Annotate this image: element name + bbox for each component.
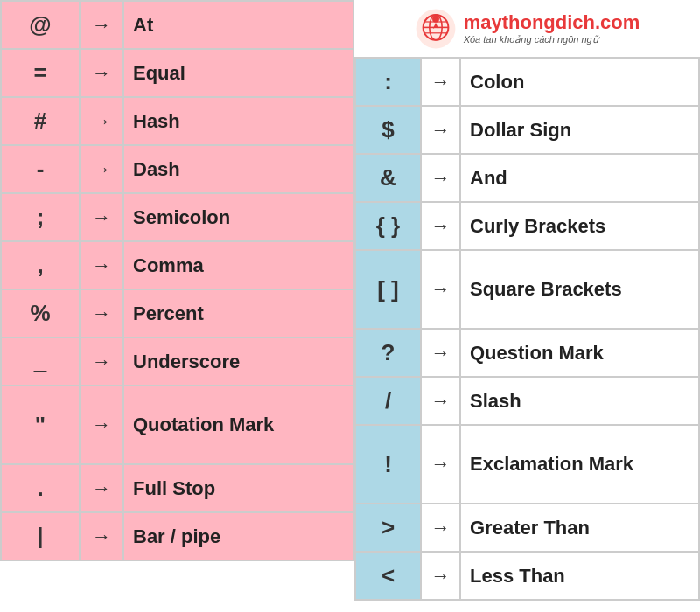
left-name-cell: Bar / pipe [123,512,354,560]
left-symbol-cell: . [1,464,80,512]
left-arrow-cell: → [80,97,123,145]
left-arrow-cell: → [80,337,123,386]
left-symbol-cell: ; [1,193,80,241]
right-symbol-cell: & [355,154,421,202]
left-table-row: ,→Comma [1,241,354,289]
right-symbol-cell: $ [355,106,421,154]
arrow-icon: → [431,119,451,141]
right-section: maythongdich.com Xóa tan khoảng cách ngô… [354,0,700,612]
left-symbol-cell: % [1,289,80,337]
left-name-cell: Quotation Mark [123,386,354,464]
right-name-cell: Curly Brackets [460,202,699,250]
left-symbol-cell: " [1,386,80,464]
arrow-icon: → [92,14,111,36]
arrow-icon: → [431,565,451,587]
left-table-row: @→At [1,1,354,49]
left-table-row: =→Equal [1,49,354,97]
right-arrow-cell: → [421,504,460,552]
right-table-row: /→Slash [355,377,699,425]
arrow-icon: → [92,303,111,324]
right-arrow-cell: → [421,552,460,600]
right-arrow-cell: → [421,202,460,250]
arrow-icon: → [92,414,111,435]
left-name-cell: Full Stop [123,464,354,512]
arrow-icon: → [92,351,111,372]
right-table-row: >→Greater Than [355,504,699,552]
left-name-cell: Percent [123,289,354,337]
svg-point-6 [432,15,439,22]
left-symbol-cell: , [1,241,80,289]
right-table-row: [ ]→Square Brackets [355,250,699,329]
right-symbol-cell: < [355,552,421,600]
left-name-cell: Dash [123,145,354,193]
left-symbol-cell: | [1,512,80,560]
page-wrapper: @→At=→Equal#→Hash-→Dash;→Semicolon,→Comm… [0,0,700,612]
arrow-icon: → [431,167,451,189]
right-table-row: ?→Question Mark [355,329,699,377]
left-table-row: ;→Semicolon [1,193,354,241]
left-table-row: -→Dash [1,145,354,193]
right-arrow-cell: → [421,329,460,377]
right-arrow-cell: → [421,106,460,154]
logo-main-text: maythongdich.com [464,11,640,34]
arrow-icon: → [431,278,451,300]
left-table-row: "→Quotation Mark [1,386,354,464]
right-name-cell: Dollar Sign [460,106,699,154]
left-arrow-cell: → [80,464,123,512]
right-arrow-cell: → [421,58,460,106]
right-name-cell: Colon [460,58,699,106]
left-arrow-cell: → [80,49,123,97]
right-table-row: :→Colon [355,58,699,106]
left-name-cell: At [123,1,354,49]
left-table-row: _→Underscore [1,337,354,386]
right-symbol-cell: > [355,504,421,552]
arrow-icon: → [431,71,451,93]
right-table-wrapper: :→Colon$→Dollar Sign&→And{ }→Curly Brack… [354,57,700,612]
logo-area: maythongdich.com Xóa tan khoảng cách ngô… [354,0,700,57]
left-section: @→At=→Equal#→Hash-→Dash;→Semicolon,→Comm… [0,0,354,612]
left-table-row: .→Full Stop [1,464,354,512]
left-arrow-cell: → [80,193,123,241]
arrow-icon: → [92,158,111,180]
left-arrow-cell: → [80,289,123,337]
right-name-cell: Exclamation Mark [460,425,699,504]
logo-text-block: maythongdich.com Xóa tan khoảng cách ngô… [464,11,640,45]
right-table-row: { }→Curly Brackets [355,202,699,250]
left-symbol-cell: = [1,49,80,97]
left-name-cell: Hash [123,97,354,145]
arrow-icon: → [92,254,111,276]
left-symbol-cell: # [1,97,80,145]
left-table-row: |→Bar / pipe [1,512,354,560]
right-name-cell: Square Brackets [460,250,699,329]
right-symbol-cell: { } [355,202,421,250]
right-name-cell: Less Than [460,552,699,600]
right-name-cell: And [460,154,699,202]
left-table: @→At=→Equal#→Hash-→Dash;→Semicolon,→Comm… [0,0,354,561]
right-name-cell: Greater Than [460,504,699,552]
arrow-icon: → [92,110,111,132]
left-arrow-cell: → [80,241,123,289]
right-table: :→Colon$→Dollar Sign&→And{ }→Curly Brack… [354,57,700,601]
right-name-cell: Question Mark [460,329,699,377]
logo-icon [415,8,457,50]
arrow-icon: → [431,342,451,364]
arrow-icon: → [431,453,451,475]
arrow-icon: → [92,477,111,499]
left-name-cell: Semicolon [123,193,354,241]
right-table-row: <→Less Than [355,552,699,600]
right-arrow-cell: → [421,377,460,425]
left-name-cell: Equal [123,49,354,97]
right-arrow-cell: → [421,154,460,202]
arrow-icon: → [92,62,111,84]
right-arrow-cell: → [421,250,460,329]
left-table-row: #→Hash [1,97,354,145]
left-arrow-cell: → [80,1,123,49]
logo-sub-text: Xóa tan khoảng cách ngôn ngữ [464,34,640,45]
right-table-row: !→Exclamation Mark [355,425,699,504]
arrow-icon: → [431,517,451,539]
left-symbol-cell: @ [1,1,80,49]
left-table-row: %→Percent [1,289,354,337]
right-table-row: $→Dollar Sign [355,106,699,154]
arrow-icon: → [92,525,111,547]
left-symbol-cell: _ [1,337,80,386]
